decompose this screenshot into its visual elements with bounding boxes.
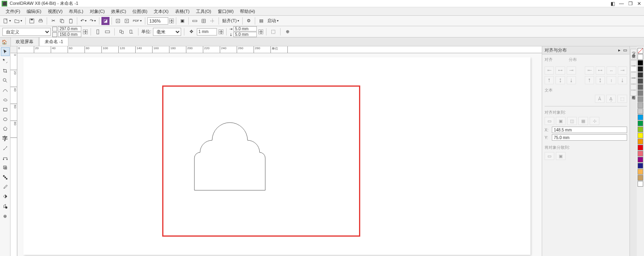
parallel-dimension-tool[interactable] [1, 144, 10, 153]
align-left-button[interactable]: ⭰ [545, 67, 554, 75]
cut-button[interactable]: ✂ [49, 17, 57, 25]
dist-spacing-v-button[interactable]: ↕ [607, 76, 616, 84]
menu-table[interactable]: 表格(T) [172, 8, 193, 15]
show-rulers-button[interactable] [191, 17, 199, 25]
zoom-tool[interactable] [1, 76, 10, 85]
quick-customize-toolbox[interactable]: ⊕ [1, 212, 10, 221]
menu-layout[interactable]: 布局(L) [66, 8, 86, 15]
color-swatch[interactable] [638, 114, 643, 120]
align-to-point-button[interactable]: ⊹ [590, 117, 599, 125]
interactive-fill-tool[interactable] [1, 192, 10, 201]
connector-tool[interactable] [1, 154, 10, 162]
color-swatch[interactable] [638, 163, 643, 169]
shape-tool[interactable] [1, 57, 10, 66]
dist-to-page-button[interactable]: ▣ [556, 152, 566, 160]
menu-effects[interactable]: 效果(C) [108, 8, 129, 15]
arch-shape[interactable] [190, 110, 279, 194]
text-tool[interactable]: 字 [1, 134, 10, 143]
dist-center-h-button[interactable]: ⭤ [596, 67, 605, 75]
color-swatch[interactable] [638, 145, 643, 150]
docker-tab-1[interactable]: 对象属性管理器 [630, 60, 637, 66]
menu-window[interactable]: 窗口(W) [215, 8, 237, 15]
drawing-canvas[interactable] [17, 53, 542, 256]
align-x-input[interactable] [552, 127, 627, 133]
portrait-button[interactable] [94, 28, 102, 36]
color-swatch[interactable] [638, 90, 643, 96]
whats-new-icon[interactable]: ◧ [609, 0, 616, 7]
ellipse-tool[interactable] [1, 115, 10, 124]
redo-button[interactable]: ↷ [89, 17, 97, 25]
freehand-tool[interactable] [1, 86, 10, 95]
tab-document[interactable]: 未命名 -1 [39, 37, 68, 46]
dist-right-button[interactable]: ⭲ [618, 67, 627, 75]
align-top-button[interactable]: ⭱ [545, 76, 554, 84]
vertical-ruler[interactable]: 020406080 [10, 53, 17, 256]
docker-tab-6[interactable]: 绘图 [630, 90, 637, 96]
docker-menu-icon[interactable]: ▸ [618, 48, 621, 53]
home-icon[interactable]: 🏠 [2, 40, 8, 46]
docker-title[interactable]: 对齐与分布▸▭ [542, 46, 630, 54]
text-baseline-button[interactable]: Ǎ [595, 95, 605, 103]
units-select[interactable]: 毫米 [153, 28, 181, 36]
launch-app-icon[interactable]: ▤ [257, 17, 265, 25]
close-button[interactable]: ✕ [636, 0, 642, 7]
rectangle-tool[interactable] [1, 105, 10, 114]
color-swatch[interactable] [638, 169, 643, 175]
snap-to-button[interactable]: 贴齐(T) [221, 17, 240, 25]
color-swatch[interactable] [638, 54, 643, 60]
color-swatch[interactable] [638, 60, 643, 66]
ruler-origin[interactable] [10, 46, 17, 53]
landscape-button[interactable] [103, 28, 111, 36]
menu-file[interactable]: 文件(F) [2, 8, 23, 15]
undo-button[interactable]: ↶ [79, 17, 88, 25]
dist-spacing-h-button[interactable]: ↔ [607, 67, 616, 75]
quick-customize-icon[interactable]: ⊕ [283, 28, 291, 36]
launch-button[interactable]: 启动 [266, 17, 280, 25]
page-height-input[interactable] [58, 32, 81, 37]
save-button[interactable] [28, 17, 36, 25]
zoom-down[interactable]: ▾ [169, 21, 174, 23]
all-pages-button[interactable] [118, 28, 126, 36]
nudge-distance-input[interactable] [197, 28, 217, 35]
duplicate-x-input[interactable] [233, 26, 257, 31]
color-swatch[interactable] [638, 175, 643, 181]
zoom-level-input[interactable] [147, 17, 168, 25]
text-first-line-button[interactable]: A̱ [606, 95, 616, 103]
align-bottom-button[interactable]: ⭳ [567, 76, 576, 84]
dist-left-button[interactable]: ⭰ [585, 67, 594, 75]
new-button[interactable] [2, 17, 12, 25]
print-button[interactable] [37, 17, 45, 25]
docker-tab-4[interactable]: 文本属性 [630, 78, 637, 84]
color-swatch[interactable] [638, 181, 643, 187]
transparency-tool[interactable] [1, 173, 10, 182]
treat-as-filled-button[interactable] [269, 28, 277, 36]
dim-down[interactable]: ▾ [83, 32, 88, 34]
align-center-h-button[interactable]: ⭤ [555, 67, 565, 75]
color-swatch[interactable] [638, 151, 643, 156]
align-to-grid-button[interactable]: ▦ [578, 117, 588, 125]
export-button[interactable] [123, 17, 131, 25]
menu-object[interactable]: 对象(C) [87, 8, 108, 15]
align-to-page-edge-button[interactable]: ▣ [556, 117, 566, 125]
import-button[interactable] [114, 17, 122, 25]
color-swatch[interactable] [638, 96, 643, 102]
dist-center-v-button[interactable]: ⭥ [596, 76, 605, 84]
align-y-input[interactable] [552, 134, 627, 141]
docker-tab-3[interactable]: 字体乐园 [630, 72, 637, 78]
publish-pdf-button[interactable]: PDF [132, 17, 143, 25]
align-right-button[interactable]: ⭲ [567, 67, 576, 75]
show-grid-button[interactable] [200, 17, 208, 25]
menu-edit[interactable]: 编辑(E) [23, 8, 45, 15]
dup-down[interactable]: ▾ [258, 32, 263, 34]
color-swatch[interactable] [638, 157, 643, 162]
color-swatch[interactable] [638, 127, 643, 132]
docker-tab-2[interactable]: 对齐与分布 [630, 66, 637, 72]
paste-button[interactable] [67, 17, 75, 25]
docker-tab-0[interactable]: 提示(N) [630, 49, 637, 60]
artistic-media-tool[interactable] [1, 96, 10, 104]
eyedropper-tool[interactable] [1, 183, 10, 191]
docker-tab-5[interactable]: 自动线 [630, 84, 637, 90]
color-swatch[interactable] [638, 139, 643, 144]
show-guides-button[interactable] [208, 17, 217, 25]
menu-help[interactable]: 帮助(H) [237, 8, 258, 15]
